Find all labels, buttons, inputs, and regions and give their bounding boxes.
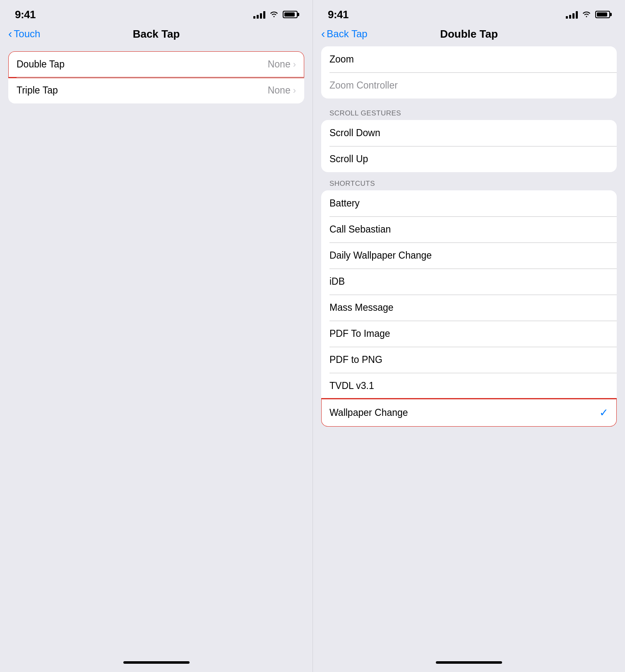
zoom-options-group: Zoom Zoom Controller (321, 46, 617, 98)
right-phone-panel: 9:41 ‹ Back Tap (312, 0, 625, 672)
double-tap-label: Double Tap (17, 59, 65, 70)
right-status-time: 9:41 (328, 8, 349, 21)
left-content: Double Tap None › Triple Tap None › (0, 46, 312, 661)
mass-message-row[interactable]: Mass Message (321, 295, 617, 321)
left-status-bar: 9:41 (0, 0, 312, 25)
triple-tap-label: Triple Tap (17, 85, 58, 96)
left-nav-title: Back Tap (133, 28, 180, 41)
scroll-gestures-group: Scroll Down Scroll Up (321, 120, 617, 172)
shortcuts-group: Battery Call Sebastian Daily Wallpaper C… (321, 190, 617, 427)
pdf-to-png-label: PDF to PNG (329, 354, 382, 365)
back-tap-options-group: Double Tap None › Triple Tap None › (8, 51, 304, 103)
idb-row[interactable]: iDB (321, 269, 617, 295)
double-tap-chevron-icon: › (293, 59, 296, 70)
zoom-controller-label: Zoom Controller (329, 80, 398, 91)
daily-wallpaper-row[interactable]: Daily Wallpaper Change (321, 242, 617, 269)
right-nav-bar: ‹ Back Tap Double Tap (313, 25, 625, 46)
left-battery-icon (283, 11, 298, 18)
shortcuts-header: SHORTCUTS (321, 175, 617, 190)
left-back-chevron-icon: ‹ (8, 28, 12, 40)
right-home-indicator (436, 661, 502, 664)
left-signal-icon (253, 10, 265, 19)
wallpaper-change-row[interactable]: Wallpaper Change ✓ (321, 399, 617, 427)
right-back-label: Back Tap (327, 28, 367, 40)
right-status-icons (566, 10, 610, 19)
scroll-up-row[interactable]: Scroll Up (321, 146, 617, 172)
right-nav-title: Double Tap (440, 28, 498, 41)
idb-label: iDB (329, 276, 345, 287)
left-phone-panel: 9:41 ‹ Touch Bac (0, 0, 312, 672)
tvdl-row[interactable]: TVDL v3.1 (321, 373, 617, 399)
triple-tap-value: None (268, 85, 291, 96)
scroll-gestures-header: SCROLL GESTURES (321, 105, 617, 120)
daily-wallpaper-label: Daily Wallpaper Change (329, 250, 432, 261)
zoom-row[interactable]: Zoom (321, 46, 617, 72)
scroll-down-label: Scroll Down (329, 127, 380, 139)
left-back-label: Touch (14, 28, 40, 40)
tvdl-label: TVDL v3.1 (329, 380, 374, 391)
zoom-controller-row[interactable]: Zoom Controller (321, 72, 617, 98)
left-nav-bar: ‹ Touch Back Tap (0, 25, 312, 46)
battery-row[interactable]: Battery (321, 190, 617, 216)
scroll-down-row[interactable]: Scroll Down (321, 120, 617, 146)
pdf-to-image-label: PDF To Image (329, 328, 390, 339)
right-back-chevron-icon: ‹ (321, 28, 325, 40)
triple-tap-chevron-icon: › (293, 85, 296, 96)
right-back-button[interactable]: ‹ Back Tap (321, 28, 368, 40)
left-back-button[interactable]: ‹ Touch (8, 28, 40, 40)
left-home-indicator (123, 661, 190, 664)
right-status-bar: 9:41 (313, 0, 625, 25)
left-status-time: 9:41 (15, 8, 36, 21)
double-tap-value-group: None › (268, 59, 296, 70)
right-content: Zoom Zoom Controller SCROLL GESTURES Scr… (313, 46, 625, 661)
zoom-label: Zoom (329, 54, 354, 65)
pdf-to-image-row[interactable]: PDF To Image (321, 321, 617, 347)
right-signal-icon (566, 10, 578, 19)
scroll-up-label: Scroll Up (329, 154, 368, 165)
battery-label: Battery (329, 198, 360, 209)
right-battery-icon (595, 11, 610, 18)
double-tap-value: None (268, 59, 291, 70)
call-sebastian-label: Call Sebastian (329, 224, 391, 235)
triple-tap-row[interactable]: Triple Tap None › (8, 77, 304, 103)
call-sebastian-row[interactable]: Call Sebastian (321, 216, 617, 242)
wallpaper-checkmark-icon: ✓ (599, 406, 608, 419)
right-wifi-icon (582, 10, 591, 19)
pdf-to-png-row[interactable]: PDF to PNG (321, 347, 617, 373)
left-wifi-icon (269, 10, 279, 19)
wallpaper-change-label: Wallpaper Change (329, 407, 408, 418)
double-tap-row[interactable]: Double Tap None › (8, 51, 304, 77)
left-status-icons (253, 10, 298, 19)
triple-tap-value-group: None › (268, 85, 296, 96)
mass-message-label: Mass Message (329, 302, 394, 313)
